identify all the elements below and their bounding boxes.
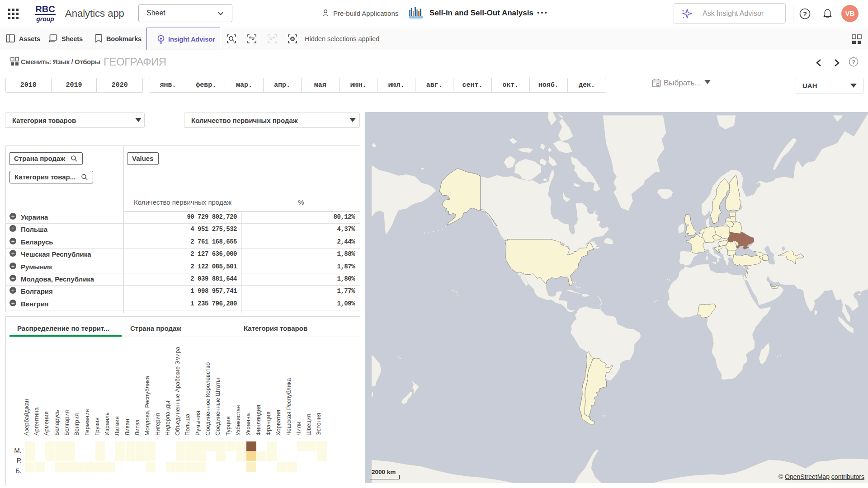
svg-text:?: ? [852,59,855,66]
svg-text:?: ? [803,10,807,18]
